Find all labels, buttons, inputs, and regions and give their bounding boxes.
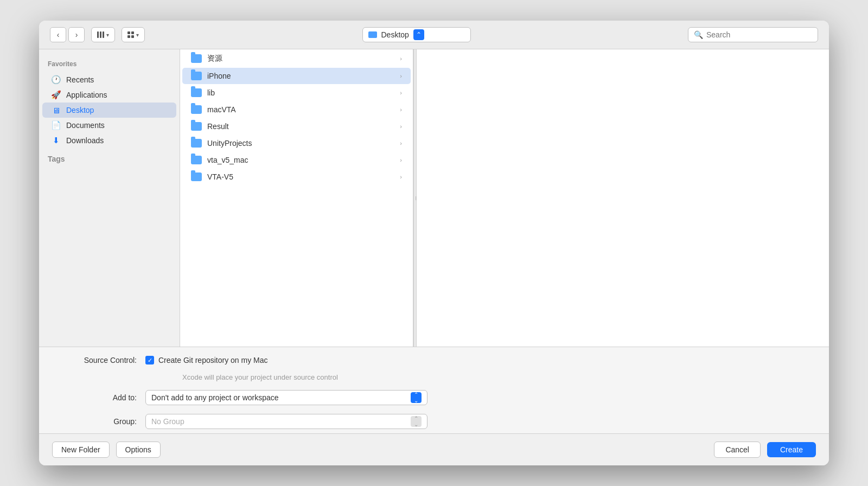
folder-icon (191, 72, 202, 80)
file-name: Result (207, 122, 394, 131)
view-grid-chevron: ▾ (136, 32, 139, 38)
cancel-button[interactable]: Cancel (714, 442, 761, 458)
source-control-label: Source Control: (72, 356, 137, 364)
checkbox-container: ✓ Create Git repository on my Mac (145, 356, 268, 364)
source-control-subtext: Xcode will place your project under sour… (39, 373, 829, 386)
chevron-right-icon: › (400, 174, 402, 180)
rocket-icon: 🚀 (51, 90, 61, 100)
view-columns-button[interactable]: ▾ (91, 27, 115, 42)
file-name: vta_v5_mac (207, 156, 394, 164)
columns-icon (97, 31, 104, 38)
file-name: iPhone (207, 72, 394, 80)
add-to-select[interactable]: Don't add to any project or workspace ⌃⌄ (145, 390, 427, 405)
tags-label: Tags (39, 148, 180, 165)
create-button[interactable]: Create (767, 442, 816, 457)
sidebar-item-label-downloads: Downloads (66, 136, 104, 145)
list-item[interactable]: 资源 › (182, 50, 411, 67)
add-to-stepper-icon: ⌃⌄ (411, 392, 422, 403)
forward-button[interactable]: › (68, 27, 85, 42)
display-icon: 🖥 (51, 105, 61, 115)
sidebar-item-label-desktop: Desktop (66, 106, 94, 114)
list-item[interactable]: UnityProjects › (182, 135, 411, 151)
group-placeholder: No Group (151, 417, 411, 426)
sidebar-item-desktop[interactable]: 🖥 Desktop (42, 103, 176, 118)
location-selector[interactable]: Desktop ⌃ (362, 27, 471, 42)
sidebar-item-label-documents: Documents (66, 121, 105, 130)
desktop-icon (368, 31, 377, 38)
file-name: UnityProjects (207, 139, 394, 148)
list-item[interactable]: VTA-V5 › (182, 169, 411, 185)
file-name: macVTA (207, 105, 394, 114)
folder-icon (191, 54, 202, 63)
folder-icon (191, 105, 202, 114)
chevron-right-icon: › (400, 106, 402, 113)
file-name: 资源 (207, 54, 394, 63)
folder-icon (191, 139, 202, 148)
add-to-label: Add to: (72, 393, 137, 402)
doc-icon: 📄 (51, 120, 61, 130)
list-item[interactable]: vta_v5_mac › (182, 152, 411, 168)
chevron-right-icon: › (400, 89, 402, 96)
list-item[interactable]: iPhone › (182, 68, 411, 84)
arrow-down-icon: ⬇ (51, 136, 61, 145)
back-button[interactable]: ‹ (50, 27, 66, 42)
list-item[interactable]: Result › (182, 118, 411, 135)
resize-handle: ⁞ (415, 195, 416, 201)
group-row: Group: No Group ⌃⌄ (39, 410, 829, 433)
toolbar: ‹ › ▾ ▾ Desktop ⌃ (39, 21, 829, 49)
clock-icon: 🕐 (51, 75, 61, 85)
save-dialog: ‹ › ▾ ▾ Desktop ⌃ (39, 21, 829, 465)
sidebar-item-downloads[interactable]: ⬇ Downloads (42, 133, 176, 148)
group-stepper-icon: ⌃⌄ (411, 416, 422, 427)
source-control-checkbox-label: Create Git repository on my Mac (158, 356, 268, 364)
search-input[interactable] (706, 30, 812, 39)
favorites-label: Favorites (39, 58, 180, 72)
file-column-secondary (417, 49, 829, 347)
new-folder-button[interactable]: New Folder (52, 442, 110, 458)
sidebar-item-label-recents: Recents (66, 75, 94, 84)
chevron-right-icon: › (400, 123, 402, 130)
chevron-right-icon: › (400, 73, 402, 79)
bottom-section: Source Control: ✓ Create Git repository … (39, 347, 829, 433)
add-to-value: Don't add to any project or workspace (151, 393, 411, 402)
folder-icon (191, 172, 202, 181)
view-grid-button[interactable]: ▾ (122, 27, 145, 42)
search-icon: 🔍 (694, 30, 703, 39)
location-text: Desktop (381, 30, 409, 39)
file-column-primary: 资源 › iPhone › lib › macVTA › (180, 49, 413, 347)
main-content: Favorites 🕐 Recents 🚀 Applications 🖥 Des… (39, 49, 829, 347)
checkmark-icon: ✓ (148, 357, 152, 364)
sidebar-item-label-applications: Applications (66, 91, 107, 99)
folder-icon (191, 122, 202, 131)
chevron-right-icon: › (400, 140, 402, 146)
file-name: VTA-V5 (207, 172, 394, 181)
location-bar: Desktop ⌃ (151, 27, 681, 42)
location-chevron: ⌃ (413, 29, 424, 40)
source-control-checkbox[interactable]: ✓ (145, 356, 154, 364)
list-item[interactable]: macVTA › (182, 101, 411, 118)
view-columns-chevron: ▾ (106, 32, 109, 38)
sidebar-item-recents[interactable]: 🕐 Recents (42, 72, 176, 87)
folder-icon (191, 88, 202, 97)
group-select[interactable]: No Group ⌃⌄ (145, 414, 427, 429)
source-control-row: Source Control: ✓ Create Git repository … (39, 347, 829, 373)
folder-icon (191, 156, 202, 164)
sidebar-item-applications[interactable]: 🚀 Applications (42, 87, 176, 103)
footer: New Folder Options Cancel Create (39, 433, 829, 465)
list-item[interactable]: lib › (182, 85, 411, 101)
sidebar-item-documents[interactable]: 📄 Documents (42, 118, 176, 133)
sidebar: Favorites 🕐 Recents 🚀 Applications 🖥 Des… (39, 49, 180, 347)
search-box[interactable]: 🔍 (688, 27, 818, 42)
group-label: Group: (72, 417, 137, 426)
chevron-right-icon: › (400, 157, 402, 163)
nav-buttons: ‹ › (50, 27, 85, 42)
file-browser: 资源 › iPhone › lib › macVTA › (180, 49, 829, 347)
chevron-right-icon: › (400, 55, 402, 62)
grid-icon (127, 31, 134, 38)
options-button[interactable]: Options (116, 442, 161, 458)
file-name: lib (207, 88, 394, 97)
add-to-row: Add to: Don't add to any project or work… (39, 386, 829, 410)
